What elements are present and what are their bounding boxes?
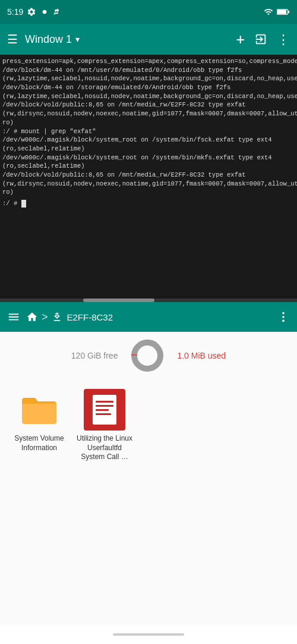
terminal-prompt-line[interactable]: :/ # bbox=[2, 199, 295, 208]
drive-icon bbox=[52, 312, 62, 322]
terminal-line: /dev/block/vold/public:8,65 on /mnt/medi… bbox=[2, 100, 295, 127]
terminal-line: /dev/block/dm-44 on /storage/emulated/0/… bbox=[2, 83, 295, 100]
terminal-scrollbar[interactable] bbox=[0, 299, 297, 302]
home-icon bbox=[26, 311, 38, 323]
terminal-output: press_extension=apk,compress_extension=a… bbox=[0, 55, 297, 299]
terminal-line: :/ # mount | grep "exfat" bbox=[2, 127, 295, 136]
exit-icon bbox=[254, 33, 267, 46]
terminal-line: /dev/block/dm-44 on /mnt/user/0/emulated… bbox=[2, 66, 295, 83]
svg-rect-12 bbox=[96, 409, 109, 411]
circle-icon bbox=[40, 7, 49, 17]
svg-rect-3 bbox=[288, 11, 290, 12]
files-grid: System Volume Information Utilizing the … bbox=[0, 379, 297, 475]
status-time: 5:19 bbox=[7, 7, 23, 17]
svg-rect-13 bbox=[96, 413, 111, 415]
top-bar-actions: + ⋮ bbox=[236, 31, 290, 48]
add-window-button[interactable]: + bbox=[236, 31, 245, 48]
terminal-scrollbar-thumb[interactable] bbox=[83, 299, 154, 302]
storage-info: 120 GiB free 1.0 MiB used bbox=[0, 332, 297, 379]
status-bar: 5:19 bbox=[0, 0, 297, 24]
file-name: Utilizing the Linux Userfaultfd System C… bbox=[75, 434, 134, 462]
dropdown-icon[interactable]: ▾ bbox=[75, 34, 80, 44]
svg-rect-10 bbox=[96, 401, 113, 403]
more-vert-icon bbox=[277, 310, 290, 323]
signal-icon bbox=[264, 7, 273, 17]
fm-menu-button[interactable] bbox=[7, 310, 20, 323]
breadcrumb-separator: > bbox=[42, 311, 48, 323]
battery-icon bbox=[277, 8, 290, 16]
file-name: System Volume Information bbox=[10, 434, 69, 453]
top-bar: ☰ Window 1 ▾ + ⋮ bbox=[0, 24, 297, 55]
status-time-area: 5:19 bbox=[7, 7, 62, 17]
navigation-bar bbox=[0, 625, 297, 644]
drive-label: E2FF-8C32 bbox=[67, 312, 113, 322]
fm-more-button[interactable] bbox=[277, 310, 290, 323]
status-right-icons bbox=[264, 7, 290, 17]
svg-rect-2 bbox=[277, 10, 286, 14]
window-title: Window 1 bbox=[25, 33, 72, 46]
empty-area bbox=[0, 475, 297, 625]
storage-donut-chart bbox=[129, 338, 165, 373]
svg-point-4 bbox=[282, 312, 285, 315]
folder-icon bbox=[18, 389, 60, 431]
terminal-line: /dev/w000c/.magisk/block/system_root on … bbox=[2, 136, 295, 153]
breadcrumb-drive[interactable]: E2FF-8C32 bbox=[52, 312, 113, 322]
svg-point-5 bbox=[282, 316, 285, 318]
svg-rect-11 bbox=[96, 405, 113, 407]
breadcrumb: > E2FF-8C32 bbox=[26, 311, 271, 323]
home-indicator[interactable] bbox=[113, 633, 184, 636]
file-manager-bar: > E2FF-8C32 bbox=[0, 302, 297, 332]
more-options-button[interactable]: ⋮ bbox=[277, 32, 290, 47]
window-title-area: Window 1 ▾ bbox=[25, 33, 229, 46]
storage-used-label: 1.0 MiB used bbox=[177, 351, 226, 360]
document-icon bbox=[84, 389, 125, 431]
terminal-line: /dev/w000c/.magisk/block/system_root on … bbox=[2, 153, 295, 171]
breadcrumb-home[interactable] bbox=[26, 311, 38, 323]
terminal-line: press_extension=apk,compress_extension=a… bbox=[2, 57, 295, 66]
svg-point-7 bbox=[134, 343, 160, 369]
list-item[interactable]: Utilizing the Linux Userfaultfd System C… bbox=[75, 389, 134, 475]
svg-point-6 bbox=[282, 320, 285, 322]
exit-icon-button[interactable] bbox=[254, 33, 267, 46]
terminal-line: /dev/block/vold/public:8,65 on /mnt/medi… bbox=[2, 171, 295, 197]
storage-free-label: 120 GiB free bbox=[71, 351, 118, 360]
hamburger-icon bbox=[7, 310, 20, 323]
menu-button[interactable]: ☰ bbox=[7, 32, 18, 46]
svg-point-0 bbox=[43, 10, 47, 14]
gear-icon bbox=[27, 7, 36, 17]
usb-icon bbox=[53, 7, 62, 17]
list-item[interactable]: System Volume Information bbox=[10, 389, 69, 475]
